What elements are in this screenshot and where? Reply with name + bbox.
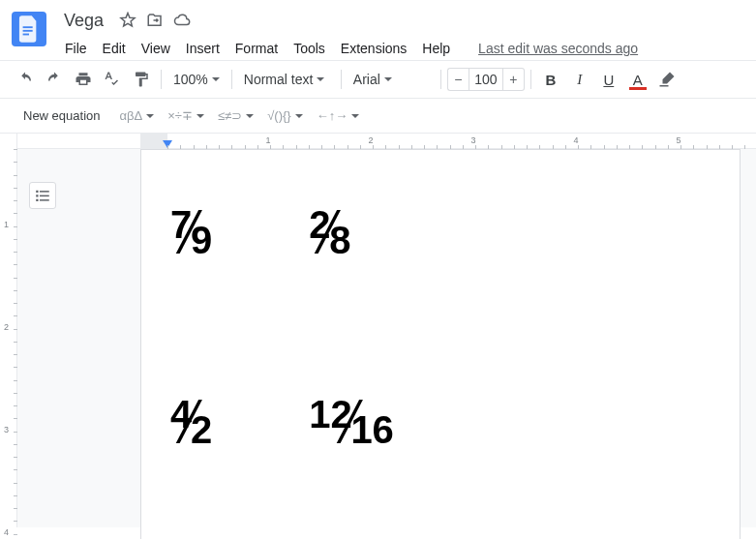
doc-title[interactable]: Vega [58,9,109,33]
chevron-down-icon [146,114,154,118]
svg-rect-2 [23,34,29,36]
menu-tools[interactable]: Tools [287,37,332,60]
fraction-slash: ⁄ [347,403,355,443]
svg-rect-1 [23,30,33,32]
font-size-decrease[interactable]: − [447,68,469,91]
menu-insert[interactable]: Insert [179,37,227,60]
document-page[interactable]: 7 ⁄ 9 2 ⁄ 8 4 ⁄ 2 12 ⁄ [140,149,741,539]
chevron-down-icon [246,114,254,118]
eq-arrows-button[interactable]: ←↑→ [317,108,360,123]
chevron-down-icon [317,77,324,81]
fraction-denominator: 16 [350,408,394,452]
font-size-stepper: − + [447,68,525,91]
chevron-down-icon [351,114,359,118]
docs-logo[interactable] [12,12,46,46]
print-button[interactable] [70,66,97,93]
paint-format-button[interactable] [128,66,155,93]
svg-rect-6 [36,195,38,196]
menubar: File Edit View Insert Format Tools Exten… [58,37,744,60]
font-combo[interactable]: Arial [348,66,435,93]
app-header: Vega File Edit View Insert Format Tools … [0,0,756,60]
star-icon[interactable] [119,12,136,29]
menu-extensions[interactable]: Extensions [334,37,413,60]
highlight-button[interactable] [653,66,680,93]
eq-rel-button[interactable]: ≤≠⊃ [218,108,254,123]
zoom-value: 100% [173,72,208,87]
eq-greek-button[interactable]: αβΔ [120,108,155,123]
eq-sqrt-button[interactable]: √(){} [267,108,302,123]
font-size-input[interactable] [469,68,503,91]
fraction-numerator: 12 [309,393,352,436]
italic-button[interactable]: I [566,66,593,93]
undo-button[interactable] [12,66,39,93]
fraction-slash: ⁄ [187,213,196,254]
menu-help[interactable]: Help [415,37,457,60]
svg-rect-3 [659,85,668,87]
new-equation-button[interactable]: New equation [17,105,106,127]
vertical-ruler[interactable]: 1 2 3 4 [0,134,17,527]
chevron-down-icon [295,114,303,118]
svg-rect-9 [40,199,49,201]
zoom-combo[interactable]: 100% [167,66,226,93]
main-toolbar: 100% Normal text Arial − + B I U A [0,60,756,99]
font-size-increase[interactable]: + [503,68,525,91]
fraction[interactable]: 7 ⁄ 9 [170,203,212,262]
underline-button[interactable]: U [595,66,622,93]
cloud-icon[interactable] [173,12,191,29]
menu-edit[interactable]: Edit [96,37,133,60]
page-content[interactable]: 7 ⁄ 9 2 ⁄ 8 4 ⁄ 2 12 ⁄ [141,150,740,539]
fraction[interactable]: 12 ⁄ 16 [309,393,394,452]
outline-toggle-button[interactable] [29,182,56,209]
last-edit-link[interactable]: Last edit was seconds ago [478,41,638,56]
fraction[interactable]: 4 ⁄ 2 [170,393,212,452]
fraction-row: 7 ⁄ 9 2 ⁄ 8 [170,203,711,262]
menu-view[interactable]: View [135,37,177,60]
menu-format[interactable]: Format [228,37,285,60]
fraction[interactable]: 2 ⁄ 8 [309,203,350,262]
fraction-slash: ⁄ [325,213,334,254]
menu-file[interactable]: File [58,37,94,60]
svg-rect-4 [36,191,38,193]
eq-ops-button[interactable]: ×÷∓ [167,108,204,123]
move-icon[interactable] [146,12,164,29]
styles-combo[interactable]: Normal text [238,66,335,93]
svg-rect-7 [40,195,49,197]
svg-rect-0 [23,26,33,28]
style-value: Normal text [244,72,314,87]
bold-button[interactable]: B [537,66,564,93]
svg-rect-8 [36,199,38,201]
fraction-row: 4 ⁄ 2 12 ⁄ 16 [170,393,711,452]
workspace: 1 2 3 4 5 1 2 3 4 7 ⁄ 9 2 [0,134,756,527]
chevron-down-icon [212,77,220,81]
chevron-down-icon [197,114,204,118]
fraction-slash: ⁄ [187,403,196,443]
chevron-down-icon [384,77,392,81]
svg-rect-5 [40,191,49,193]
text-color-button[interactable]: A [624,66,651,93]
spellcheck-button[interactable] [99,66,126,93]
equation-toolbar: New equation αβΔ ×÷∓ ≤≠⊃ √(){} ←↑→ [0,99,756,134]
redo-button[interactable] [41,66,68,93]
font-value: Arial [353,72,380,87]
horizontal-ruler[interactable]: 1 2 3 4 5 [17,134,756,149]
